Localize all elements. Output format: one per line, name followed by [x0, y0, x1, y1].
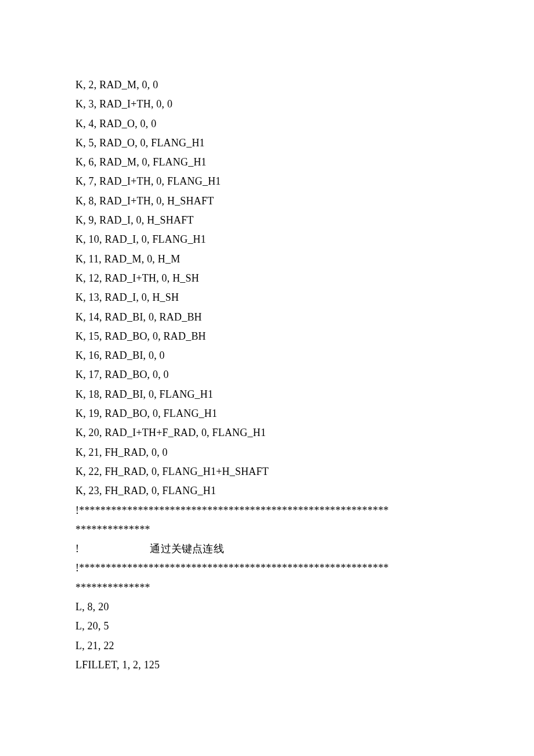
code-line: L, 8, 20 — [75, 597, 459, 617]
code-line: K, 22, FH_RAD, 0, FLANG_H1+H_SHAFT — [75, 462, 459, 481]
code-line: K, 3, RAD_I+TH, 0, 0 — [75, 95, 459, 114]
code-line: K, 15, RAD_BO, 0, RAD_BH — [75, 327, 459, 346]
code-line: K, 16, RAD_BI, 0, 0 — [75, 346, 459, 365]
code-line: K, 23, FH_RAD, 0, FLANG_H1 — [75, 481, 459, 501]
document-page: K, 2, RAD_M, 0, 0 K, 3, RAD_I+TH, 0, 0 K… — [0, 0, 534, 756]
code-line: K, 4, RAD_O, 0, 0 — [75, 114, 459, 134]
code-line: K, 7, RAD_I+TH, 0, FLANG_H1 — [75, 172, 459, 191]
code-line: K, 5, RAD_O, 0, FLANG_H1 — [75, 134, 459, 153]
separator-line: !***************************************… — [75, 501, 459, 520]
code-line: K, 17, RAD_BO, 0, 0 — [75, 365, 459, 384]
code-line: K, 6, RAD_M, 0, FLANG_H1 — [75, 153, 459, 172]
code-line: K, 11, RAD_M, 0, H_M — [75, 250, 459, 269]
section-heading: ! 通过关键点连线 — [75, 539, 459, 559]
code-line: K, 19, RAD_BO, 0, FLANG_H1 — [75, 404, 459, 423]
separator-line: ************** — [75, 578, 459, 597]
code-line: K, 2, RAD_M, 0, 0 — [75, 75, 459, 95]
code-line: L, 21, 22 — [75, 636, 459, 656]
code-line: K, 12, RAD_I+TH, 0, H_SH — [75, 269, 459, 288]
code-line: K, 20, RAD_I+TH+F_RAD, 0, FLANG_H1 — [75, 423, 459, 442]
code-line: LFILLET, 1, 2, 125 — [75, 656, 459, 675]
code-line: K, 21, FH_RAD, 0, 0 — [75, 443, 459, 462]
code-line: K, 8, RAD_I+TH, 0, H_SHAFT — [75, 192, 459, 211]
code-line: K, 9, RAD_I, 0, H_SHAFT — [75, 211, 459, 230]
code-line: K, 10, RAD_I, 0, FLANG_H1 — [75, 230, 459, 249]
separator-line: ************** — [75, 520, 459, 539]
code-line: K, 18, RAD_BI, 0, FLANG_H1 — [75, 385, 459, 404]
code-line: K, 13, RAD_I, 0, H_SH — [75, 288, 459, 307]
separator-line: !***************************************… — [75, 559, 459, 578]
code-line: K, 14, RAD_BI, 0, RAD_BH — [75, 308, 459, 327]
code-line: L, 20, 5 — [75, 617, 459, 636]
